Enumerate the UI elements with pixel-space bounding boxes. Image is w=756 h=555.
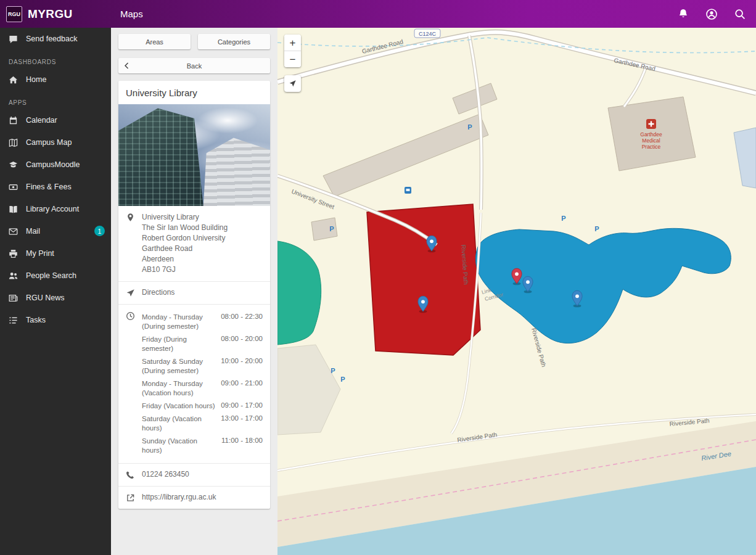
sidebar-item-campusmoodle[interactable]: CampusMoodle xyxy=(0,154,111,176)
sidebar-item-campus-map[interactable]: Campus Map xyxy=(0,131,111,154)
printer-icon xyxy=(9,249,18,258)
sidebar-item-label: Mail xyxy=(26,227,40,236)
external-link-icon xyxy=(126,493,135,503)
hour-time: 13:00 - 17:00 xyxy=(221,414,263,422)
svg-text:Garthdee: Garthdee xyxy=(640,131,662,138)
address-line: Aberdeen xyxy=(142,254,228,265)
directions-label: Directions xyxy=(142,288,175,298)
address-section: University Library The Sir Ian Wood Buil… xyxy=(118,206,270,281)
bus-stop-icon xyxy=(405,187,411,194)
account-icon[interactable] xyxy=(705,8,718,20)
address-lines: University Library The Sir Ian Wood Buil… xyxy=(142,212,228,275)
hour-row: Friday (Vacation hours)09:00 - 17:00 xyxy=(142,400,263,413)
map-icon xyxy=(9,138,18,147)
svg-text:P: P xyxy=(594,225,599,232)
hour-row: Sunday (Vacation hours)11:00 - 18:00 xyxy=(142,435,263,457)
mail-icon xyxy=(9,227,18,236)
sidebar-item-people-search[interactable]: People Search xyxy=(0,265,111,287)
hour-label: Monday - Thursday (Vacation hours) xyxy=(142,379,221,398)
sidebar-item-label: Library Account xyxy=(26,205,79,213)
clock-icon xyxy=(126,311,135,321)
phone-icon xyxy=(126,471,135,480)
hour-time: 09:00 - 21:00 xyxy=(221,379,263,387)
website-row[interactable]: https://library.rgu.ac.uk xyxy=(118,486,270,509)
sidebar-item-mail[interactable]: Mail 1 xyxy=(0,220,111,242)
locate-me-button[interactable] xyxy=(284,75,301,92)
sidebar-item-label: People Search xyxy=(26,271,76,280)
sidebar-item-label: Send feedback xyxy=(26,35,77,43)
topbar-actions xyxy=(677,8,756,20)
address-line: The Sir Ian Wood Building xyxy=(142,223,228,233)
book-icon xyxy=(9,205,18,214)
sidebar-item-my-print[interactable]: My Print xyxy=(0,242,111,265)
app-name: MYRGU xyxy=(28,7,73,21)
hour-label: Monday - Thursday (During semester) xyxy=(142,313,221,331)
sidebar-item-label: Campus Map xyxy=(26,138,72,147)
svg-text:Medical: Medical xyxy=(642,138,660,144)
hour-row: Saturday (Vacation hours)13:00 - 17:00 xyxy=(142,413,263,435)
notifications-bell-icon[interactable] xyxy=(677,8,689,20)
sidebar-item-label: Fines & Fees xyxy=(26,183,72,191)
banknote-icon xyxy=(9,183,18,192)
map-canvas[interactable]: C124C Garthdee Road Garthdee Road Univer… xyxy=(277,28,756,555)
back-button[interactable]: Back xyxy=(118,58,270,73)
sidebar-item-label: My Print xyxy=(26,249,54,258)
zoom-out-button[interactable]: − xyxy=(284,51,301,67)
locate-arrow-icon xyxy=(288,79,297,88)
hour-label: Saturday & Sunday (During semester) xyxy=(142,357,221,376)
svg-text:P: P xyxy=(329,225,334,232)
newspaper-icon xyxy=(9,294,18,303)
sidebar-item-label: RGU News xyxy=(26,294,65,302)
hour-label: Saturday (Vacation hours) xyxy=(142,414,221,433)
panel-tab-row: Areas Categories xyxy=(111,28,277,51)
phone-row[interactable]: 01224 263450 xyxy=(118,463,270,486)
sidebar: Send feedback DASHBOARDS Home APPS Calen… xyxy=(0,28,111,555)
opening-hours-section: Monday - Thursday (During semester)08:00… xyxy=(118,304,270,463)
sidebar-item-fines-fees[interactable]: Fines & Fees xyxy=(0,176,111,198)
top-bar: RGU MYRGU Maps xyxy=(0,0,756,28)
map-controls: + − xyxy=(284,35,301,92)
calendar-icon xyxy=(9,116,18,125)
rgu-logo: RGU xyxy=(6,6,22,22)
sidebar-item-tasks[interactable]: Tasks xyxy=(0,309,111,331)
sidebar-item-label: Home xyxy=(26,75,46,84)
hour-row: Monday - Thursday (Vacation hours)09:00 … xyxy=(142,377,263,400)
hour-label: Friday (Vacation hours) xyxy=(142,401,221,411)
website-link: https://library.rgu.ac.uk xyxy=(142,493,216,503)
location-pin-icon xyxy=(126,213,135,222)
areas-button[interactable]: Areas xyxy=(118,34,191,49)
hour-label: Sunday (Vacation hours) xyxy=(142,437,221,455)
page-title: Maps xyxy=(120,9,143,19)
sidebar-item-library-account[interactable]: Library Account xyxy=(0,198,111,220)
sidebar-item-calendar[interactable]: Calendar xyxy=(0,109,111,131)
sidebar-item-label: Calendar xyxy=(26,116,57,125)
brand: RGU MYRGU xyxy=(0,6,111,22)
sidebar-section-dashboards: DASHBOARDS xyxy=(0,50,111,68)
sidebar-item-home[interactable]: Home xyxy=(0,68,111,91)
sidebar-section-apps: APPS xyxy=(0,91,111,109)
address-line: Robert Gordon University xyxy=(142,233,228,244)
svg-text:P: P xyxy=(467,123,472,131)
phone-number: 01224 263450 xyxy=(142,470,189,480)
zoom-control: + − xyxy=(284,35,301,67)
hour-time: 08:00 - 22:30 xyxy=(221,313,263,320)
search-icon[interactable] xyxy=(734,8,746,20)
address-line: AB10 7GJ xyxy=(142,265,228,275)
categories-button[interactable]: Categories xyxy=(198,34,270,49)
sidebar-item-send-feedback[interactable]: Send feedback xyxy=(0,28,111,50)
directions-row[interactable]: Directions xyxy=(118,281,270,304)
people-icon xyxy=(9,271,18,281)
svg-text:Practice: Practice xyxy=(642,144,661,150)
back-button-label: Back xyxy=(187,62,202,70)
sidebar-item-rgu-news[interactable]: RGU News xyxy=(0,287,111,309)
graduation-cap-icon xyxy=(9,160,18,170)
svg-text:C124C: C124C xyxy=(419,31,437,37)
hour-time: 09:00 - 17:00 xyxy=(221,401,263,409)
place-title: University Library xyxy=(118,81,270,104)
zoom-in-button[interactable]: + xyxy=(284,35,301,51)
hour-time: 08:00 - 20:00 xyxy=(221,335,263,342)
map-container: C124C Garthdee Road Garthdee Road Univer… xyxy=(277,28,756,555)
address-line: Garthdee Road xyxy=(142,244,228,254)
sidebar-item-label: Tasks xyxy=(26,316,46,324)
sidebar-item-label: CampusMoodle xyxy=(26,160,80,169)
